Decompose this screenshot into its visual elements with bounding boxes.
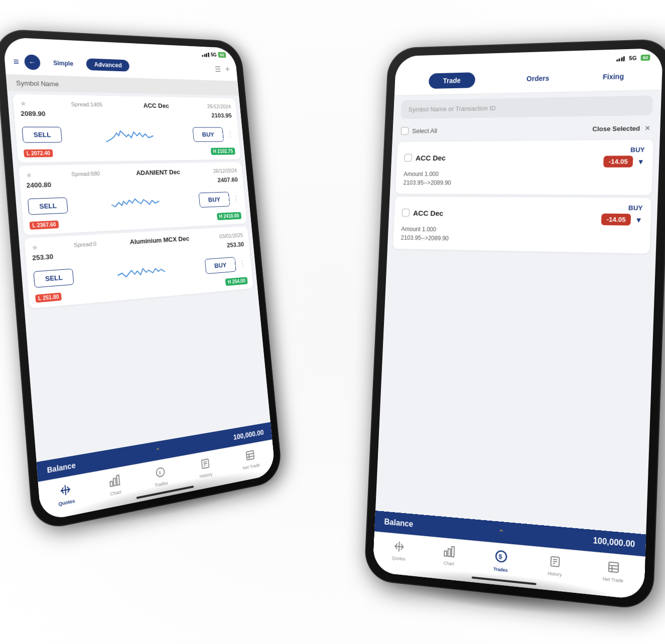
trades-icon: $	[155, 465, 166, 481]
trade-price-change: 2103.95-->2089.90	[403, 180, 643, 187]
phone2-screen: 5G 60 Trade Orders Fixing Symbol Name or…	[372, 48, 663, 600]
trade-checkbox[interactable]	[405, 154, 412, 162]
svg-rect-11	[246, 450, 254, 460]
trade-record-card: ACC Dec BUY -14.05 ▼ Amount 1.000 2103.9…	[395, 140, 653, 195]
spread-label: Spread:1405	[71, 101, 102, 108]
sell-button[interactable]: SELL	[28, 197, 68, 215]
low-badge: L 2072.40	[24, 149, 53, 157]
symbol-name: ACC Dec	[143, 102, 169, 109]
back-button[interactable]: ←	[24, 54, 41, 70]
svg-text:$: $	[498, 553, 502, 561]
high-badge: H 2410.00	[217, 212, 241, 220]
high-badge: H 254.00	[225, 277, 248, 286]
balance-amount: 100,000.00	[233, 428, 264, 441]
select-all[interactable]: Select All	[401, 127, 438, 135]
trade-symbol: ACC Dec	[416, 153, 446, 162]
phone2-outer: 5G 60 Trade Orders Fixing Symbol Name or…	[364, 39, 665, 610]
filter-icon[interactable]: ☰	[215, 65, 222, 74]
p2-net-trade-icon	[607, 560, 620, 577]
net-trade-icon	[245, 449, 255, 464]
p2-nav-item-trades[interactable]: $ Trades	[493, 549, 509, 573]
p2-chart-icon	[443, 545, 455, 560]
tab-orders[interactable]: Orders	[526, 74, 550, 83]
nav-item-chart[interactable]: Chart	[108, 474, 121, 497]
chart-area	[65, 122, 190, 147]
menu-icon[interactable]: ≡	[13, 56, 20, 67]
p2-trades-icon: $	[494, 549, 508, 567]
chart-icon	[108, 474, 121, 491]
svg-line-8	[203, 461, 207, 462]
buy-button[interactable]: BUY	[198, 192, 230, 208]
svg-line-14	[249, 454, 249, 460]
loss-badge: -14.05	[601, 214, 631, 226]
tab-fixing[interactable]: Fixing	[603, 72, 624, 81]
svg-rect-26	[609, 562, 619, 573]
p2-nav-item-net-trade[interactable]: Net Trade	[603, 560, 624, 583]
mini-chart-svg	[114, 257, 169, 286]
svg-rect-17	[444, 551, 447, 556]
mini-chart-svg	[108, 189, 163, 216]
price1: 2089.90	[21, 110, 46, 118]
add-icon[interactable]: +	[225, 64, 230, 74]
search-bar[interactable]: Symbol Name or Transaction ID	[401, 95, 653, 119]
p2-nav-item-chart[interactable]: Chart	[443, 545, 456, 566]
trade-symbol: ACC Dec	[413, 209, 444, 217]
nav-label-net-trade: Net Trade	[242, 462, 260, 470]
p2-nav-item-history[interactable]: History	[548, 555, 563, 577]
close-x-icon[interactable]: ✕	[644, 124, 651, 132]
phone1-outer: 5G 60 ≡ ← Simple Advanced ☰ + Symbol Nam…	[0, 29, 283, 533]
p2-nav-item-quotes[interactable]: Quotes	[391, 540, 406, 562]
svg-rect-2	[110, 481, 112, 487]
phone1-wrapper: 5G 60 ≡ ← Simple Advanced ☰ + Symbol Nam…	[0, 29, 283, 533]
tab-advanced[interactable]: Advanced	[86, 58, 130, 72]
phone2-wrapper: 5G 60 Trade Orders Fixing Symbol Name or…	[364, 39, 665, 610]
p2-balance-chevron-icon[interactable]: ⌃	[498, 528, 504, 537]
svg-line-27	[609, 565, 618, 566]
nav-item-net-trade[interactable]: Net Trade	[241, 448, 260, 471]
select-all-checkbox[interactable]	[401, 127, 409, 134]
trade-price-change: 2103.95-->2089.90	[401, 234, 641, 245]
trade-record-card: ACC Dec BUY -14.05 ▼ Amount 1.000 2103.9…	[393, 197, 651, 253]
star-icon[interactable]: ★	[25, 171, 33, 180]
more-icon[interactable]: ⋮	[226, 130, 234, 139]
svg-text:$: $	[158, 470, 161, 475]
more-icon[interactable]: ⋮	[238, 259, 246, 268]
low-badge: L 2367.60	[29, 221, 59, 230]
sell-button[interactable]: SELL	[33, 268, 74, 287]
svg-rect-19	[452, 547, 455, 557]
tab-simple[interactable]: Simple	[45, 57, 82, 70]
svg-line-10	[204, 465, 205, 466]
balance-chevron-icon[interactable]: ⌃	[155, 447, 161, 455]
star-icon[interactable]: ★	[20, 99, 27, 108]
svg-line-13	[247, 456, 254, 457]
trade-date: 26/12/2024	[213, 168, 237, 174]
trade-date: 26/12/2024	[207, 103, 231, 109]
arrow-down-icon[interactable]: ▼	[637, 157, 644, 166]
nav-item-quotes[interactable]: Quotes	[57, 482, 75, 507]
star-icon[interactable]: ★	[31, 243, 39, 252]
more-icon[interactable]: ⋮	[232, 194, 240, 203]
trade-card: ★ Spread:1405 ACC Dec 26/12/2024 2089.90…	[13, 94, 241, 163]
sell-button[interactable]: SELL	[22, 126, 62, 142]
svg-line-23	[553, 559, 557, 560]
phone1-screen: 5G 60 ≡ ← Simple Advanced ☰ + Symbol Nam…	[3, 37, 276, 522]
buy-button[interactable]: BUY	[204, 257, 236, 274]
price2: 2407.60	[217, 176, 238, 184]
close-selected-button[interactable]: Close Selected	[592, 124, 640, 132]
spread-label: Spread:680	[71, 171, 100, 177]
trade-date: 03/01/2025	[219, 232, 243, 239]
buy-button[interactable]: BUY	[192, 127, 224, 141]
trade-amount: Amount 1.000	[404, 171, 644, 178]
price2: 2103.95	[211, 112, 232, 119]
tab-trade[interactable]: Trade	[429, 72, 475, 89]
trade-direction: BUY	[630, 146, 645, 153]
trade-checkbox[interactable]	[402, 209, 410, 217]
price1: 2400.80	[26, 181, 52, 189]
arrow-down-icon[interactable]: ▼	[635, 216, 642, 224]
chart-area	[71, 188, 197, 218]
p2-balance-amount: 100,000.00	[593, 536, 635, 549]
p2-nav-label-quotes: Quotes	[391, 555, 406, 562]
low-badge: L 251.80	[35, 292, 62, 302]
p2-balance-label: Balance	[384, 517, 413, 529]
select-row: Select All Close Selected ✕	[392, 120, 660, 139]
